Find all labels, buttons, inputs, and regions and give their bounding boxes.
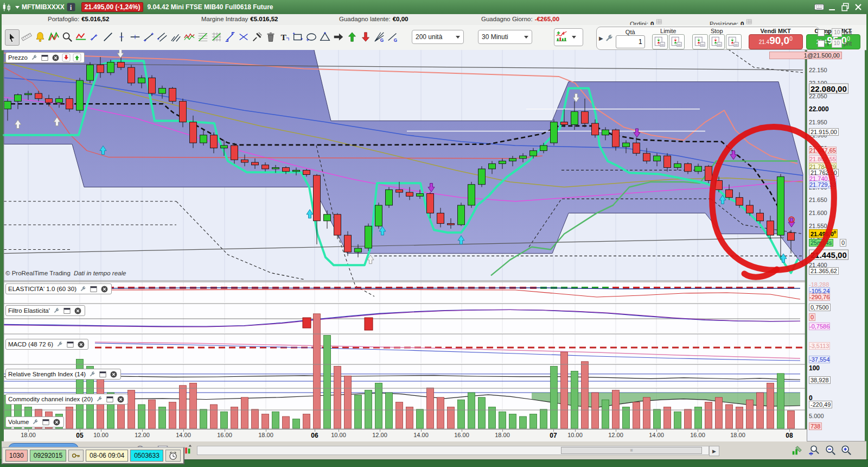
time-tick bbox=[738, 430, 738, 432]
panel-label-commodity-channel-index-[interactable]: Commodity channel index (20) bbox=[5, 394, 128, 405]
time-tick bbox=[28, 430, 29, 432]
time-label: 10.00 bbox=[567, 432, 583, 438]
time-tick bbox=[225, 430, 225, 432]
panel-label-prezzo[interactable]: Prezzo bbox=[5, 52, 85, 63]
panel-label-filtro-elasticita-[interactable]: Filtro Elasticita' bbox=[5, 305, 85, 316]
window-icon[interactable] bbox=[89, 285, 98, 293]
price-tick: 21.550 bbox=[809, 223, 827, 229]
price-tick: 21.650 bbox=[809, 197, 827, 203]
time-label: 10.00 bbox=[331, 432, 346, 438]
clock-icon[interactable] bbox=[165, 450, 181, 462]
panel-label-volume[interactable]: Volume bbox=[5, 416, 64, 427]
time-label: 18.00 bbox=[258, 432, 273, 438]
wrench-icon[interactable] bbox=[78, 285, 87, 293]
window-icon[interactable] bbox=[66, 340, 75, 349]
time-axis[interactable]: 18.000510.0012.0014.0016.0018.000610.001… bbox=[4, 429, 807, 441]
wrench-icon[interactable] bbox=[55, 340, 64, 349]
current-price-label: 21.495,00 bbox=[809, 229, 838, 238]
close-icon[interactable] bbox=[76, 340, 86, 349]
panel-label-macd-[interactable]: MACD (48 72 6) bbox=[5, 339, 88, 350]
panel-label-relative-strength-index-[interactable]: Relative Strength Index (14) bbox=[5, 369, 121, 380]
session-info-overlay: 10300929201508-06 09:040503633 bbox=[2, 447, 184, 464]
scale-label: 21.847,65 bbox=[809, 147, 837, 154]
time-label: 14.00 bbox=[649, 432, 664, 438]
window-icon[interactable] bbox=[62, 306, 72, 315]
chart-settings-icon[interactable] bbox=[791, 444, 804, 457]
scrollbar-handle[interactable]: ≡ bbox=[561, 447, 702, 454]
scale-label: 21.729,33 bbox=[809, 181, 837, 188]
time-label: 07 bbox=[550, 432, 557, 439]
price-tick: 21.600 bbox=[809, 210, 827, 216]
time-label: 16.00 bbox=[454, 432, 469, 438]
window-icon[interactable] bbox=[105, 395, 114, 403]
scale-label: 21.445,00 bbox=[809, 250, 848, 260]
scale-label: 21.365,62 bbox=[809, 267, 839, 275]
countdown-label: 25m14s bbox=[809, 239, 833, 247]
window-icon[interactable] bbox=[41, 418, 50, 426]
time-tick bbox=[575, 430, 576, 432]
price-chart-svg[interactable] bbox=[0, 50, 807, 429]
time-label: 18.00 bbox=[21, 432, 36, 438]
wrench-icon[interactable] bbox=[52, 306, 61, 315]
zoom-drag-icon[interactable] bbox=[808, 444, 821, 457]
scale-label: 0,7500 bbox=[809, 304, 831, 311]
status-field-cyan: 0503633 bbox=[130, 450, 163, 462]
wrench-icon[interactable] bbox=[94, 395, 104, 403]
close-icon[interactable] bbox=[52, 418, 61, 426]
buy-arrow-icon[interactable] bbox=[73, 53, 82, 62]
scale-label: -220,49 bbox=[809, 401, 832, 408]
close-icon[interactable] bbox=[116, 395, 125, 403]
status-bar: Condividi @ 10300929201508-06 09:0405036… bbox=[2, 441, 866, 460]
scale-label: 21.802,55 bbox=[809, 155, 837, 163]
chart-scrollbar[interactable]: ≡ bbox=[197, 446, 709, 455]
close-icon[interactable] bbox=[100, 285, 109, 293]
time-label: 12.00 bbox=[372, 432, 387, 438]
price-scale[interactable]: 22.20022.15022.10022.05022.00021.95021.9… bbox=[807, 50, 865, 441]
window-icon[interactable] bbox=[98, 370, 107, 378]
time-label: 18.00 bbox=[730, 432, 745, 438]
price-tick: 22.050 bbox=[809, 93, 827, 99]
time-tick bbox=[80, 430, 80, 432]
close-icon[interactable] bbox=[51, 53, 60, 62]
scale-label: 0 bbox=[840, 239, 846, 247]
scale-label: 22.080,00 bbox=[809, 84, 848, 94]
wrench-icon[interactable] bbox=[29, 53, 39, 62]
time-tick bbox=[266, 430, 266, 432]
time-tick bbox=[656, 430, 657, 432]
time-tick bbox=[462, 430, 462, 432]
time-label: 16.00 bbox=[690, 432, 705, 438]
wrench-icon[interactable] bbox=[87, 370, 97, 378]
time-tick bbox=[502, 430, 503, 432]
scale-label: 0 bbox=[809, 313, 815, 321]
close-icon[interactable] bbox=[73, 306, 82, 315]
time-tick bbox=[339, 430, 339, 432]
zoom-in-icon[interactable] bbox=[840, 444, 853, 457]
wrench-icon[interactable] bbox=[30, 418, 40, 426]
status-field-green: 09292015 bbox=[30, 450, 66, 462]
window-icon[interactable] bbox=[40, 53, 49, 62]
scroll-right-button[interactable]: ▶ bbox=[709, 446, 719, 456]
time-tick bbox=[101, 430, 101, 432]
price-tick: 22.000 bbox=[809, 105, 829, 113]
status-field-yellow: 08-06 09:04 bbox=[86, 450, 128, 462]
time-label: 08 bbox=[786, 432, 793, 439]
pending-order-label[interactable]: 1@21.500,00 bbox=[769, 52, 842, 59]
zoom-out-icon[interactable] bbox=[825, 444, 838, 457]
status-field-pink: 1030 bbox=[5, 450, 28, 462]
time-label: 06 bbox=[311, 432, 318, 439]
time-label: 12.00 bbox=[608, 432, 623, 438]
sell-arrow-icon[interactable] bbox=[62, 53, 71, 62]
scale-label: 100 bbox=[809, 364, 820, 372]
time-tick bbox=[698, 430, 698, 432]
key-icon[interactable] bbox=[68, 450, 84, 462]
time-label: 16.00 bbox=[217, 432, 232, 438]
scale-label: 5.000 bbox=[809, 413, 824, 419]
close-icon[interactable] bbox=[109, 370, 118, 378]
scale-label: -37,554 bbox=[809, 356, 830, 363]
scale-label: 21.915,00 bbox=[809, 128, 839, 136]
prorealtime-window: MFTMIBXXXX i 21.495,00 (-1,24%) 9.04.42 … bbox=[0, 0, 868, 467]
chart-region: PrezzoELASTICITA' 1.0 (60 30)Filtro Elas… bbox=[0, 0, 868, 467]
time-tick bbox=[380, 430, 380, 432]
panel-label-elasticita-[interactable]: ELASTICITA' 1.0 (60 30) bbox=[5, 283, 112, 294]
time-label: 10.00 bbox=[93, 432, 108, 438]
